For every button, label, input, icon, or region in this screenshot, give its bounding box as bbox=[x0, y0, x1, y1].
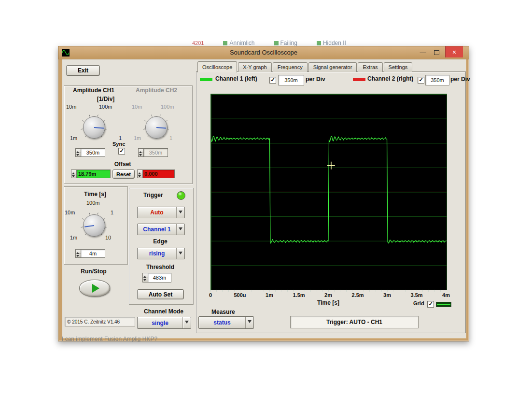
ch2-amplitude-knob[interactable] bbox=[145, 116, 168, 139]
amplitude-ch1-title: Amplitude CH1 bbox=[73, 87, 114, 94]
x-axis-tick-label: 500u bbox=[230, 292, 250, 298]
knob-scale-label: 1m bbox=[70, 135, 77, 141]
run-stop-button[interactable] bbox=[79, 280, 110, 297]
threshold-spinner[interactable]: 483m bbox=[142, 273, 171, 282]
x-axis-tick-label: 3.5m bbox=[407, 292, 426, 298]
run-stop-label: Run/Stop bbox=[73, 268, 114, 275]
maximize-icon bbox=[434, 50, 439, 55]
trigger-mode-value: Auto bbox=[138, 207, 176, 218]
scope-canvas bbox=[211, 94, 447, 290]
trigger-edge-dropdown[interactable]: rising bbox=[137, 248, 185, 259]
edge-label: Edge bbox=[144, 238, 176, 245]
copyright-text: © 2015 C. Zeitnitz V1.46 bbox=[65, 317, 135, 326]
background-text-top: 4201 Annimlich Failing Hidden II bbox=[192, 40, 380, 46]
chevron-down-icon bbox=[176, 207, 184, 218]
measure-dropdown[interactable]: status bbox=[198, 316, 254, 329]
sync-label: Sync bbox=[112, 141, 125, 147]
ch2-offset-spinner[interactable]: 0.000 bbox=[137, 169, 175, 178]
ch2-legend-label: Channel 2 (right) bbox=[367, 75, 413, 82]
grid-label: Grid bbox=[413, 300, 424, 306]
channel-mode-value: single bbox=[138, 317, 182, 328]
knob-scale-label: 1 bbox=[119, 135, 122, 141]
knob-scale-label: 100m bbox=[161, 104, 174, 110]
app-window: Soundcard Oscilloscope — × Exit Amplitud… bbox=[58, 46, 469, 341]
time-value[interactable]: 4m bbox=[81, 249, 105, 258]
tab-frequency[interactable]: Frequency bbox=[273, 62, 308, 72]
sync-checkbox[interactable] bbox=[118, 148, 125, 155]
green-square-icon bbox=[274, 41, 279, 45]
knob-scale-label: 1m bbox=[70, 235, 77, 240]
tab-settings[interactable]: Settings bbox=[384, 62, 413, 72]
trigger-mode-dropdown[interactable]: Auto bbox=[137, 207, 185, 218]
ch1-offset-spinner[interactable]: 18.79m bbox=[71, 169, 111, 178]
measure-label: Measure bbox=[211, 309, 235, 315]
threshold-label: Threshold bbox=[140, 264, 181, 270]
ch1-amplitude-value[interactable]: 350m bbox=[81, 148, 105, 157]
trigger-status-bar: Trigger: AUTO - CH1 bbox=[290, 316, 419, 328]
ch2-amplitude-spinner: 350m bbox=[138, 148, 168, 157]
x-axis-tick-label: 4m bbox=[436, 292, 456, 298]
ch1-offset-value[interactable]: 18.79m bbox=[76, 169, 111, 178]
artifact-item: Hidden II bbox=[317, 40, 346, 46]
chevron-down-icon bbox=[176, 224, 184, 235]
tab-extras[interactable]: Extras bbox=[358, 62, 382, 72]
x-axis-tick-label: 3m bbox=[378, 292, 397, 298]
channel-mode-label: Channel Mode bbox=[139, 308, 189, 315]
tab-bar: OscilloscopeX-Y graphFrequencySignal gen… bbox=[197, 61, 413, 72]
tab-x-y-graph[interactable]: X-Y graph bbox=[238, 62, 271, 72]
knob-needle bbox=[94, 127, 104, 128]
knob-scale-label: 100m bbox=[86, 200, 100, 206]
ch2-offset-value[interactable]: 0.000 bbox=[142, 169, 175, 178]
threshold-value[interactable]: 483m bbox=[148, 273, 171, 282]
ch1-amplitude-spinner[interactable]: 350m bbox=[75, 148, 105, 157]
knob-scale-label: 10m bbox=[65, 210, 75, 215]
tab-signal-generator[interactable]: Signal generator bbox=[308, 62, 357, 72]
trigger-led bbox=[177, 191, 185, 200]
spinner-arrows-icon[interactable] bbox=[75, 148, 81, 157]
offset-reset-button[interactable]: Reset bbox=[112, 169, 135, 179]
spinner-arrows-icon[interactable] bbox=[137, 169, 142, 178]
ch2-enable-checkbox[interactable] bbox=[418, 77, 424, 84]
spinner-arrows-icon[interactable] bbox=[71, 169, 76, 178]
green-square-icon bbox=[317, 41, 321, 45]
close-icon: × bbox=[452, 48, 456, 56]
trigger-channel-dropdown[interactable]: Channel 1 bbox=[137, 224, 185, 235]
ch2-color-swatch bbox=[353, 78, 365, 81]
spinner-arrows-icon[interactable] bbox=[75, 249, 81, 258]
x-axis-title: Time [s] bbox=[297, 299, 359, 306]
channel-mode-dropdown[interactable]: single bbox=[137, 317, 191, 329]
knob-scale-label: 10m bbox=[66, 104, 76, 110]
ch1-amplitude-knob[interactable] bbox=[83, 116, 105, 139]
chevron-down-icon bbox=[182, 317, 191, 328]
spinner-arrows-icon bbox=[138, 148, 143, 157]
minimize-button[interactable]: — bbox=[418, 48, 428, 56]
artifact-item: Failing bbox=[274, 40, 297, 46]
time-knob[interactable] bbox=[83, 214, 105, 237]
auto-set-button[interactable]: Auto Set bbox=[137, 289, 184, 299]
amplitude-ch2-title: Amplitude CH2 bbox=[136, 87, 177, 94]
close-button[interactable]: × bbox=[445, 46, 463, 57]
time-title: Time [s] bbox=[71, 191, 119, 198]
artifact-number: 4201 bbox=[192, 40, 204, 46]
grid-line-sample bbox=[437, 304, 450, 305]
x-axis-tick-label: 0 bbox=[201, 292, 220, 298]
exit-button[interactable]: Exit bbox=[66, 65, 100, 76]
x-axis-ticks bbox=[210, 290, 446, 292]
play-icon bbox=[92, 284, 99, 293]
grid-checkbox[interactable] bbox=[427, 301, 434, 308]
ch1-enable-checkbox[interactable] bbox=[269, 77, 276, 84]
grid-color-swatch bbox=[436, 302, 451, 307]
knob-needle bbox=[156, 127, 166, 128]
time-spinner[interactable]: 4m bbox=[75, 249, 105, 258]
offset-label: Offset bbox=[107, 161, 139, 168]
spinner-arrows-icon[interactable] bbox=[142, 273, 148, 282]
scope-display[interactable] bbox=[210, 94, 447, 290]
ch2-perdiv-label: per Div bbox=[450, 76, 470, 83]
knob-scale-label: 1 bbox=[111, 210, 113, 215]
tab-oscilloscope[interactable]: Oscilloscope bbox=[197, 61, 237, 72]
maximize-button[interactable] bbox=[431, 48, 442, 56]
ch1-perdiv-value[interactable]: 350m bbox=[278, 75, 304, 85]
ch2-amplitude-value: 350m bbox=[143, 148, 168, 157]
titlebar[interactable]: Soundcard Oscilloscope — × bbox=[58, 46, 469, 59]
ch2-perdiv-value[interactable]: 350m bbox=[425, 75, 449, 85]
